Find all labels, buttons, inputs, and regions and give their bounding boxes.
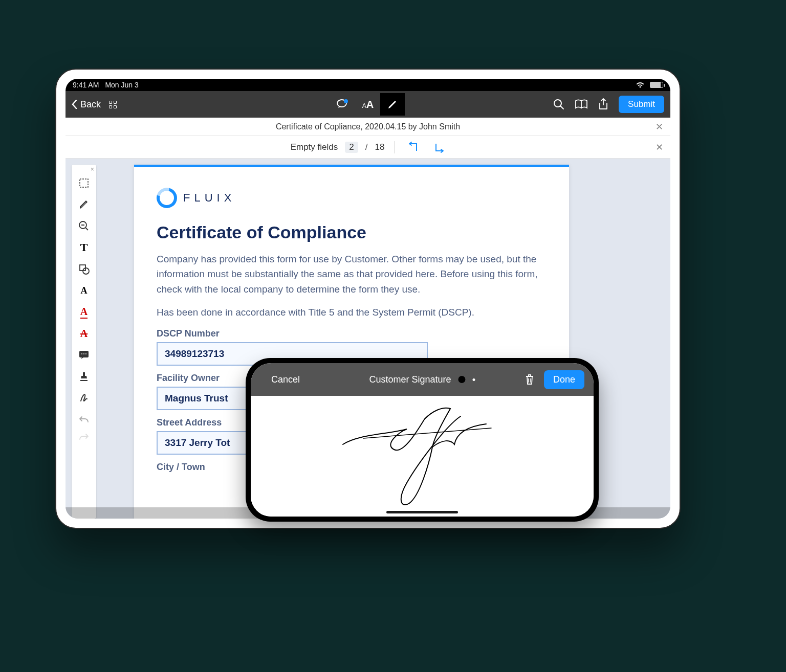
document-title: Certificate of Copliance, 2020.04.15 by … [276,122,460,131]
highlight-text-tool[interactable]: A [74,280,94,301]
text-style-tab[interactable]: AA [356,93,380,116]
pen-color-indicator[interactable] [458,376,466,383]
underline-tool[interactable]: A [74,302,94,322]
document-title-bar: Certificate of Copliance, 2020.04.15 by … [66,118,670,136]
svg-point-9 [83,353,84,354]
undo-tool[interactable] [74,409,94,430]
book-icon[interactable] [575,99,588,109]
brand-header: FLUIX [157,188,547,208]
back-label: Back [80,99,101,110]
signature-canvas[interactable] [251,396,594,517]
fluix-logo-icon [153,184,181,212]
trash-icon[interactable] [525,374,535,385]
svg-rect-3 [80,179,88,187]
status-date: Mon Jun 3 [105,81,138,89]
search-icon[interactable] [553,99,564,110]
iphone-home-indicator [386,511,458,513]
strikethrough-tool[interactable]: A [74,323,94,344]
select-rect-tool[interactable] [74,173,94,193]
next-field-button[interactable] [432,142,445,153]
note-tool[interactable] [74,345,94,365]
battery-icon [650,82,663,88]
redo-tool[interactable] [74,431,94,443]
annotate-tab[interactable] [380,93,405,116]
svg-point-6 [83,268,89,274]
share-icon[interactable] [598,98,608,110]
back-button[interactable]: Back [72,99,101,110]
empty-fields-total: 18 [375,142,384,152]
submit-button[interactable]: Submit [619,96,664,113]
palette-close-button[interactable]: × [91,166,94,173]
svg-point-8 [81,353,82,354]
text-tool[interactable]: T [74,237,94,258]
shape-tool[interactable] [74,259,94,279]
empty-fields-bar: Empty fields 2 / 18 ✕ [66,136,670,159]
svg-rect-5 [80,265,85,271]
status-time: 9:41 AM [73,81,99,89]
empty-fields-label: Empty fields [291,142,338,152]
app-toolbar: Back AA [66,91,670,118]
brand-name: FLUIX [183,191,235,205]
document-heading: Certificate of Compliance [157,222,547,242]
signature-title: Customer Signature [369,374,451,385]
annotation-palette: × T A A A [72,165,96,519]
stamp-tool[interactable] [74,366,94,387]
document-para-1: Company has provided this form for use b… [157,252,547,297]
signature-toolbar: Cancel Customer Signature Done [251,363,594,396]
grid-view-button[interactable] [109,101,117,108]
document-para-2: Has been done in accordance with Title 5… [157,305,547,320]
highlighter-tool[interactable] [74,194,94,215]
wifi-icon [636,81,645,88]
zoom-tool[interactable] [74,216,94,236]
prev-field-button[interactable] [407,142,421,153]
iphone-device-frame: Cancel Customer Signature Done [246,358,599,522]
iphone-screen: Cancel Customer Signature Done [251,363,594,517]
pen-size-indicator[interactable] [473,378,475,381]
field-dscp-label: DSCP Number [157,328,547,339]
close-document-button[interactable]: ✕ [656,121,663,132]
svg-point-10 [85,353,86,354]
comments-tab[interactable] [331,93,356,116]
empty-fields-current: 2 [345,142,358,153]
cancel-button[interactable]: Cancel [271,374,300,385]
done-button[interactable]: Done [544,370,584,389]
signature-tool[interactable] [74,388,94,408]
svg-point-1 [344,99,348,103]
ipad-status-bar: 9:41 AM Mon Jun 3 [66,79,670,91]
close-fields-bar-button[interactable]: ✕ [656,142,663,153]
